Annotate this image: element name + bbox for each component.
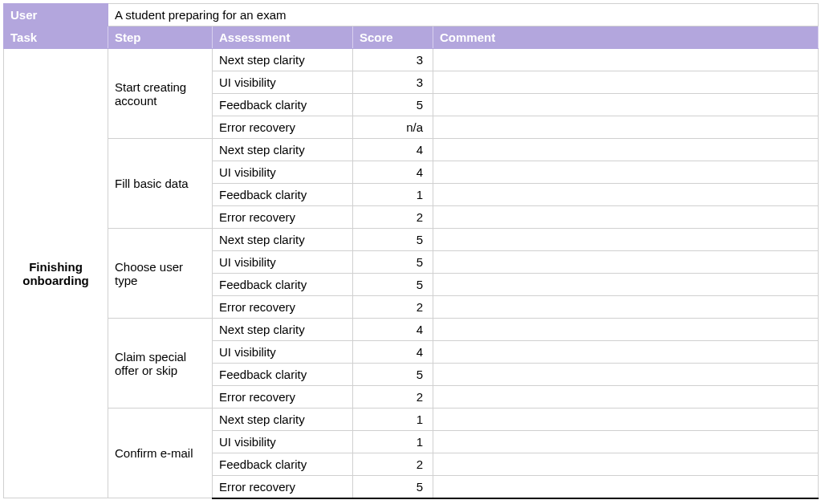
assessment-cell: UI visibility xyxy=(213,341,353,364)
score-cell: 2 xyxy=(353,206,433,229)
comment-cell xyxy=(433,49,819,71)
step-cell: Claim special offer or skip xyxy=(108,319,213,408)
comment-header: Comment xyxy=(433,26,819,49)
comment-cell xyxy=(433,408,819,431)
comment-cell xyxy=(433,386,819,408)
score-cell: 2 xyxy=(353,386,433,408)
score-cell: 5 xyxy=(353,364,433,386)
score-cell: 1 xyxy=(353,408,433,431)
assessment-header: Assessment xyxy=(213,26,353,49)
comment-cell xyxy=(433,161,819,184)
assessment-cell: Next step clarity xyxy=(213,229,353,251)
comment-cell xyxy=(433,341,819,364)
user-label: User xyxy=(4,4,108,26)
comment-cell xyxy=(433,296,819,319)
assessment-cell: Error recovery xyxy=(213,296,353,319)
score-header: Score xyxy=(353,26,433,49)
score-cell: 3 xyxy=(353,71,433,94)
assessment-cell: Error recovery xyxy=(213,476,353,498)
score-cell: 3 xyxy=(353,49,433,71)
score-cell: 1 xyxy=(353,184,433,206)
assessment-cell: Error recovery xyxy=(213,206,353,229)
score-cell: 5 xyxy=(353,476,433,498)
score-cell: 5 xyxy=(353,251,433,274)
comment-cell xyxy=(433,94,819,116)
assessment-cell: Feedback clarity xyxy=(213,94,353,116)
assessment-cell: Next step clarity xyxy=(213,139,353,161)
score-cell: 1 xyxy=(353,431,433,453)
assessment-cell: Feedback clarity xyxy=(213,274,353,296)
score-cell: 4 xyxy=(353,161,433,184)
score-cell: 4 xyxy=(353,139,433,161)
step-header: Step xyxy=(108,26,213,49)
assessment-cell: Next step clarity xyxy=(213,408,353,431)
user-value: A student preparing for an exam xyxy=(108,4,819,26)
cognitive-walkthrough-table: UserA student preparing for an examTaskS… xyxy=(3,3,819,499)
comment-cell xyxy=(433,139,819,161)
assessment-cell: Next step clarity xyxy=(213,319,353,341)
assessment-cell: Feedback clarity xyxy=(213,184,353,206)
comment-cell xyxy=(433,453,819,476)
task-cell: Finishing onboarding xyxy=(4,49,108,498)
comment-cell xyxy=(433,274,819,296)
assessment-cell: UI visibility xyxy=(213,71,353,94)
score-cell: 4 xyxy=(353,319,433,341)
step-cell: Confirm e-mail xyxy=(108,408,213,498)
score-cell: 5 xyxy=(353,229,433,251)
comment-cell xyxy=(433,71,819,94)
score-cell: 4 xyxy=(353,341,433,364)
assessment-cell: UI visibility xyxy=(213,431,353,453)
assessment-cell: UI visibility xyxy=(213,161,353,184)
assessment-cell: Error recovery xyxy=(213,116,353,139)
assessment-cell: Error recovery xyxy=(213,386,353,408)
assessment-cell: UI visibility xyxy=(213,251,353,274)
assessment-cell: Feedback clarity xyxy=(213,364,353,386)
score-cell: 2 xyxy=(353,453,433,476)
comment-cell xyxy=(433,229,819,251)
score-cell: n/a xyxy=(353,116,433,139)
comment-cell xyxy=(433,251,819,274)
step-cell: Choose user type xyxy=(108,229,213,319)
score-cell: 5 xyxy=(353,274,433,296)
comment-cell xyxy=(433,364,819,386)
assessment-cell: Feedback clarity xyxy=(213,453,353,476)
comment-cell xyxy=(433,184,819,206)
comment-cell xyxy=(433,431,819,453)
step-cell: Start creating account xyxy=(108,49,213,139)
comment-cell xyxy=(433,206,819,229)
score-cell: 2 xyxy=(353,296,433,319)
score-cell: 5 xyxy=(353,94,433,116)
comment-cell xyxy=(433,319,819,341)
step-cell: Fill basic data xyxy=(108,139,213,229)
assessment-cell: Next step clarity xyxy=(213,49,353,71)
task-header: Task xyxy=(4,26,108,49)
comment-cell xyxy=(433,476,819,498)
comment-cell xyxy=(433,116,819,139)
